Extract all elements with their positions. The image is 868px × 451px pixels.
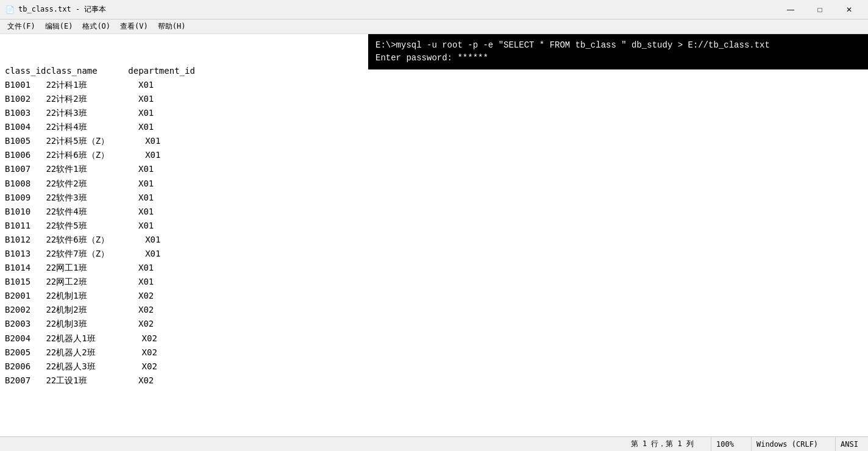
window-title: tb_class.txt - 记事本 (18, 4, 777, 15)
close-button[interactable]: ✕ (835, 0, 863, 20)
status-bar: 第 1 行，第 1 列 100% Windows (CRLF) ANSI (0, 436, 868, 451)
menu-bar: 文件(F) 编辑(E) 格式(O) 查看(V) 帮助(H) (0, 20, 868, 34)
minimize-button[interactable]: — (777, 0, 805, 20)
menu-view[interactable]: 查看(V) (115, 20, 153, 34)
app-icon: 📄 (5, 5, 15, 15)
menu-format[interactable]: 格式(O) (77, 20, 115, 34)
menu-edit[interactable]: 编辑(E) (40, 20, 78, 34)
cmd-overlay: E:\>mysql -u root -p -e "SELECT * FROM t… (368, 34, 868, 69)
cmd-line-2: Enter password: ****** (375, 52, 861, 65)
status-zoom: 100% (711, 437, 739, 451)
title-bar: 📄 tb_class.txt - 记事本 — □ ✕ (0, 0, 868, 20)
status-position: 第 1 行，第 1 列 (626, 437, 699, 451)
window-controls: — □ ✕ (777, 0, 863, 20)
status-encoding: ANSI (835, 437, 863, 451)
maximize-button[interactable]: □ (806, 0, 834, 20)
main-content: class_idclass_name department_id B1001 2… (0, 34, 868, 436)
status-line-ending: Windows (CRLF) (751, 437, 823, 451)
notepad-editor[interactable]: class_idclass_name department_id B1001 2… (0, 34, 868, 436)
menu-file[interactable]: 文件(F) (2, 20, 40, 34)
table-content: class_idclass_name department_id B1001 2… (5, 64, 863, 388)
cmd-line-1: E:\>mysql -u root -p -e "SELECT * FROM t… (375, 39, 861, 52)
menu-help[interactable]: 帮助(H) (153, 20, 191, 34)
